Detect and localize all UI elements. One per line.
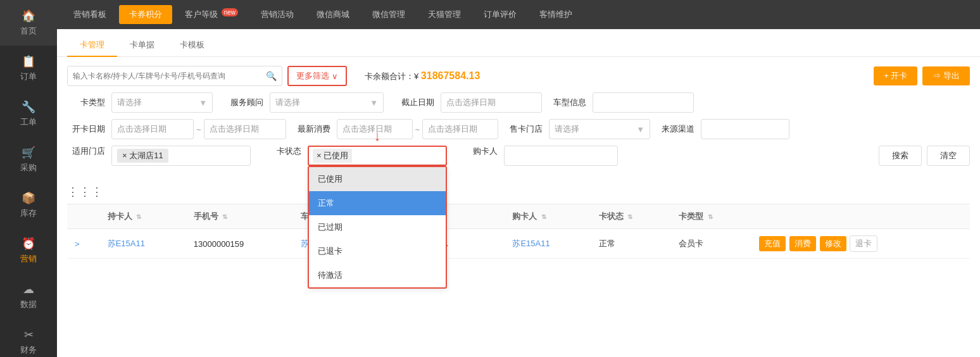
content-area: 卡管理 卡单据 卡模板 🔍 更多筛选 ∨ (57, 29, 980, 357)
balance-amount: 31867584.13 (421, 70, 480, 81)
vehicle-info-input[interactable] (593, 92, 694, 113)
buyer-label: 购卡人 (460, 146, 498, 157)
table-header-row: 持卡人 ⇅ 手机号 ⇅ 车牌 车型 (67, 204, 970, 229)
filter-row-2: 卡类型 请选择 ▼ 服务顾问 请选择 ▼ 截止日期 点击选择日期 车型信息 (67, 92, 970, 113)
sort-status[interactable]: ⇅ (627, 213, 632, 220)
top-nav: 营销看板 卡券积分 客户等级 new 营销活动 微信商城 微信管理 天猫管理 订… (57, 0, 980, 29)
sidebar-item-home[interactable]: 🏠 首页 (0, 0, 57, 46)
nav-item-levels[interactable]: 客户等级 new (175, 5, 248, 24)
td-holder: 苏E15A11 (100, 229, 186, 259)
open-date-to[interactable]: 点击选择日期 (204, 119, 286, 139)
consumption-to[interactable]: 点击选择日期 (422, 119, 498, 139)
expiry-date-input[interactable]: 点击选择日期 (441, 92, 542, 113)
nav-item-tmall[interactable]: 天猫管理 (418, 5, 471, 24)
consume-button[interactable]: 消费 (789, 236, 816, 251)
holder-link[interactable]: 苏E15A11 (108, 239, 145, 248)
card-type-label: 卡类型 (67, 97, 105, 108)
nav-item-wechat-shop[interactable]: 微信商城 (306, 5, 360, 24)
td-buyer: 苏E15A11 (505, 229, 591, 259)
dropdown-item-pending[interactable]: 待激活 (309, 263, 446, 287)
sidebar-item-purchase[interactable]: 🛒 采购 (0, 137, 57, 182)
search-bar[interactable]: 🔍 (67, 66, 282, 86)
sort-buyer[interactable]: ⇅ (541, 213, 546, 220)
sidebar-item-label: 工单 (20, 116, 37, 128)
data-icon: ☁ (23, 282, 34, 296)
balance-label: 卡余额合计：¥ 31867584.13 (365, 70, 480, 82)
expand-arrow[interactable]: > (75, 239, 80, 249)
sidebar-item-work[interactable]: 🔧 工单 (0, 91, 57, 137)
nav-item-cards[interactable]: 卡券积分 (119, 5, 172, 24)
export-button[interactable]: ⇒ 导出 (922, 66, 970, 85)
source-channel-input[interactable] (701, 119, 789, 139)
tab-bar: 卡管理 卡单据 卡模板 (57, 34, 980, 57)
data-table: 持卡人 ⇅ 手机号 ⇅ 车牌 车型 (67, 204, 970, 259)
sidebar-item-data[interactable]: ☁ 数据 (0, 273, 57, 319)
th-holder: 持卡人 ⇅ (100, 204, 186, 229)
home-icon: 🏠 (22, 9, 35, 23)
sidebar-item-label: 首页 (20, 25, 37, 37)
search-button[interactable]: 搜索 (879, 146, 922, 166)
th-buyer: 购卡人 ⇅ (505, 204, 591, 229)
sidebar-item-label: 采购 (20, 162, 37, 173)
sort-holder[interactable]: ⇅ (136, 213, 141, 220)
sidebar-item-finance[interactable]: ✂ 财务 (0, 319, 57, 357)
td-expand[interactable]: > (67, 229, 100, 259)
card-status-label: 卡状态 (263, 146, 301, 157)
nav-item-customer-care[interactable]: 客情维护 (529, 5, 582, 24)
sidebar-item-label: 营销 (20, 253, 37, 265)
td-status: 正常 (591, 229, 672, 259)
card-type-arrow: ▼ (199, 98, 207, 108)
sidebar-item-marketing[interactable]: ⏰ 营销 (0, 228, 57, 273)
sidebar-item-inventory[interactable]: 📦 库存 (0, 182, 57, 228)
applicable-store-label: 适用门店 (67, 146, 105, 157)
th-type: 卡类型 ⇅ (671, 204, 751, 229)
source-channel-label: 来源渠道 (656, 123, 694, 135)
buyer-link[interactable]: 苏E15A11 (512, 239, 550, 248)
open-date-from[interactable]: 点击选择日期 (111, 119, 194, 139)
open-date-range: 点击选择日期 ~ 点击选择日期 (111, 119, 286, 139)
nav-item-activities[interactable]: 营销活动 (251, 5, 304, 24)
column-settings-icon[interactable]: ⋮⋮⋮ (67, 185, 103, 199)
sort-type[interactable]: ⇅ (708, 213, 713, 220)
open-date-label: 开卡日期 (67, 123, 105, 135)
buyer-input[interactable] (504, 146, 618, 166)
new-badge: new (222, 8, 238, 16)
sale-branch-select[interactable]: 请选择 ▼ (549, 119, 650, 139)
th-phone: 手机号 ⇅ (186, 204, 293, 229)
clear-button[interactable]: 清空 (927, 146, 970, 166)
applicable-store-input[interactable]: × 太湖店11 (111, 146, 251, 166)
marketing-icon: ⏰ (22, 237, 35, 251)
service-advisor-arrow: ▼ (370, 98, 378, 108)
dropdown-item-expired[interactable]: 已过期 (309, 215, 446, 239)
filter-area: 🔍 更多筛选 ∨ 卡余额合计：¥ 31867584.13 + 开卡 ⇒ 导出 卡… (57, 57, 980, 177)
filter-row-1: 🔍 更多筛选 ∨ 卡余额合计：¥ 31867584.13 + 开卡 ⇒ 导出 (67, 66, 970, 86)
sidebar: 🏠 首页 📋 订单 🔧 工单 🛒 采购 📦 库存 ⏰ 营销 ☁ 数据 ✂ 财务 … (0, 0, 57, 357)
service-advisor-select[interactable]: 请选择 ▼ (270, 92, 384, 113)
card-status-dropdown: 已使用 正常 已过期 已退卡 待激活 (308, 166, 447, 289)
sale-branch-arrow: ▼ (636, 125, 644, 134)
more-filter-button[interactable]: 更多筛选 ∨ (287, 66, 347, 86)
nav-item-order-review[interactable]: 订单评价 (474, 5, 527, 24)
tab-card-mgmt[interactable]: 卡管理 (67, 34, 117, 57)
dropdown-item-cancelled[interactable]: 已退卡 (309, 239, 446, 263)
service-advisor-label: 服务顾问 (219, 97, 263, 108)
sidebar-item-orders[interactable]: 📋 订单 (0, 46, 57, 91)
sidebar-item-label: 订单 (20, 71, 37, 82)
dropdown-item-used[interactable]: 已使用 (309, 167, 446, 191)
charge-button[interactable]: 充值 (759, 236, 786, 251)
vehicle-info-label: 车型信息 (548, 97, 586, 108)
modify-button[interactable]: 修改 (820, 236, 846, 251)
td-phone: 13000000159 (186, 229, 293, 259)
tab-card-bill[interactable]: 卡单据 (117, 34, 167, 57)
nav-item-dashboard[interactable]: 营销看板 (63, 5, 116, 24)
dropdown-item-normal[interactable]: 正常 (309, 191, 446, 215)
search-input[interactable] (73, 72, 266, 80)
cancel-card-button[interactable]: 退卡 (850, 235, 877, 252)
open-card-button[interactable]: + 开卡 (874, 66, 917, 85)
tab-card-template[interactable]: 卡模板 (167, 34, 217, 57)
card-type-select[interactable]: 请选择 ▼ (111, 92, 213, 113)
sort-phone[interactable]: ⇅ (222, 213, 227, 220)
card-status-input[interactable]: × 已使用 (308, 146, 447, 166)
nav-item-wechat-mgmt[interactable]: 微信管理 (362, 5, 415, 24)
td-type: 会员卡 (671, 229, 751, 259)
